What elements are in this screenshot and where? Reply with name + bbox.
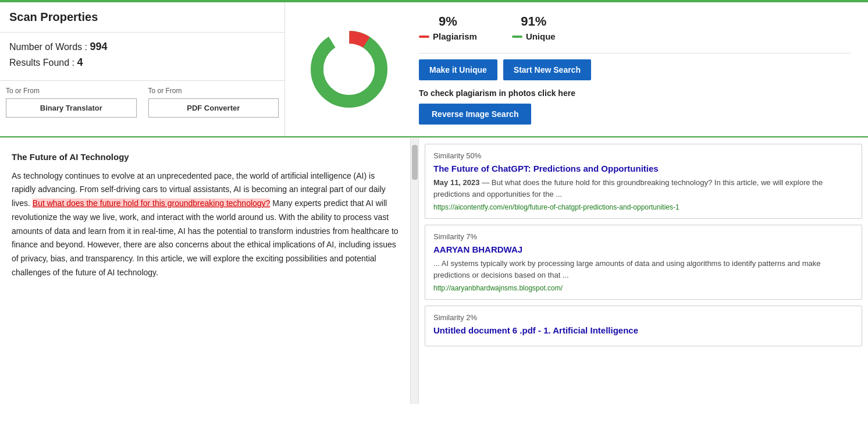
body-after: Many experts predict that AI will revolu… — [12, 198, 399, 277]
reverse-image-search-button[interactable]: Reverse Image Search — [419, 104, 531, 125]
plagiarism-label: Plagiarism — [433, 31, 477, 41]
word-count-label: Number of Words : — [9, 42, 87, 52]
results-found-value: 4 — [77, 56, 83, 68]
converter-col-1-label: To or From — [6, 87, 137, 95]
similarity-label: Similarity 2% — [433, 313, 853, 322]
similarity-label: Similarity 7% — [433, 232, 853, 241]
word-count-value: 994 — [90, 41, 107, 52]
result-url: http://aaryanbhardwajnsms.blogspot.com/ — [433, 284, 853, 292]
left-panel: Scan Properties Number of Words : 994 Re… — [0, 2, 285, 136]
unique-pct: 91% — [512, 14, 556, 29]
text-scrollbar-track — [410, 138, 418, 404]
binary-translator-button[interactable]: Binary Translator — [6, 98, 137, 118]
plagiarism-stat: 9% Plagiarism — [419, 14, 477, 41]
article-body: As technology continues to evolve at an … — [12, 169, 401, 280]
result-card: Similarity 7% AARYAN BHARDWAJ ... AI sys… — [425, 225, 862, 300]
top-section: Scan Properties Number of Words : 994 Re… — [0, 2, 868, 137]
results-found-label: Results Found : — [9, 58, 74, 68]
result-card: Similarity 2% Untitled document 6 .pdf -… — [425, 306, 862, 346]
action-btn-row: Make it Unique Start New Search — [419, 59, 851, 80]
result-title[interactable]: The Future of ChatGPT: Predictions and O… — [433, 164, 853, 173]
result-title[interactable]: Untitled document 6 .pdf - 1. Artificial… — [433, 325, 853, 335]
donut-svg — [303, 23, 396, 116]
results-pane[interactable]: Similarity 50% The Future of ChatGPT: Pr… — [419, 138, 868, 404]
donut-inner-circle — [323, 44, 375, 95]
plagiarism-legend: Plagiarism — [419, 31, 477, 41]
unique-legend: Unique — [512, 31, 556, 41]
stats-area: 9% Plagiarism 91% Unique Make it Uniqu — [419, 14, 851, 125]
converter-col-2-label: To or From — [148, 87, 279, 95]
converter-row: To or From Binary Translator To or From … — [0, 81, 284, 123]
converter-col-1: To or From Binary Translator — [0, 87, 143, 118]
result-url: https://aicontentfy.com/en/blog/future-o… — [433, 203, 853, 211]
donut-chart — [303, 23, 396, 116]
similarity-label: Similarity 50% — [433, 151, 853, 160]
scan-properties-header: Scan Properties — [0, 2, 284, 33]
text-content[interactable]: The Future of AI Technology As technolog… — [0, 138, 418, 404]
plagiarism-pct: 9% — [419, 14, 477, 29]
plagiarism-dot — [419, 36, 429, 38]
bottom-section: The Future of AI Technology As technolog… — [0, 137, 868, 404]
result-snippet: May 11, 2023 — But what does the future … — [433, 177, 853, 200]
photo-check-text: To check plagiarism in photos click here — [419, 88, 851, 98]
result-snippet: ... AI systems typically work by process… — [433, 258, 853, 281]
pdf-converter-button[interactable]: PDF Converter — [148, 98, 279, 118]
text-scrollbar-thumb[interactable] — [412, 145, 418, 180]
body-highlight: But what does the future hold for this g… — [33, 198, 271, 208]
text-pane: The Future of AI Technology As technolog… — [0, 138, 419, 404]
start-new-search-button[interactable]: Start New Search — [503, 59, 591, 80]
results-found-line: Results Found : 4 — [9, 56, 275, 69]
article-title: The Future of AI Technology — [12, 150, 401, 165]
percent-row: 9% Plagiarism 91% Unique — [419, 14, 851, 41]
right-panel: 9% Plagiarism 91% Unique Make it Uniqu — [285, 2, 868, 136]
result-card: Similarity 50% The Future of ChatGPT: Pr… — [425, 144, 862, 219]
stats-divider — [419, 53, 851, 54]
word-count-box: Number of Words : 994 Results Found : 4 — [0, 33, 284, 81]
unique-stat: 91% Unique — [512, 14, 556, 41]
unique-dot — [512, 36, 522, 38]
word-count-line: Number of Words : 994 — [9, 41, 275, 53]
make-unique-button[interactable]: Make it Unique — [419, 59, 497, 80]
result-title[interactable]: AARYAN BHARDWAJ — [433, 244, 853, 254]
unique-label: Unique — [526, 31, 556, 41]
converter-col-2: To or From PDF Converter — [143, 87, 285, 118]
